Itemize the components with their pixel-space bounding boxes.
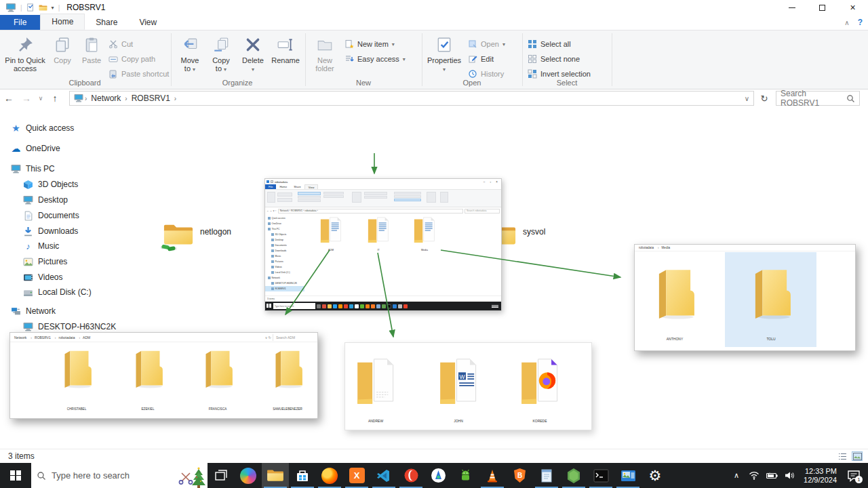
move-to-button[interactable]: Moveto ▾ (175, 33, 205, 83)
wifi-icon[interactable] (747, 463, 762, 488)
location-icon (74, 94, 83, 103)
rename-button[interactable]: Rename (269, 33, 302, 83)
minimize-button[interactable] (776, 0, 807, 15)
screenshot-robotadata-window: robotadata – ▫ × File Home Share View (264, 178, 502, 311)
pin-to-quick-access-button[interactable]: Pin to Quickaccess (3, 33, 47, 83)
edit-button[interactable]: Edit (468, 52, 494, 66)
sidebar-item-onedrive[interactable]: ☁ OneDrive (11, 141, 60, 156)
taskbar-icon-android-emulator[interactable] (452, 463, 479, 488)
taskbar-icon-opera[interactable] (397, 463, 425, 488)
tab-file[interactable]: File (0, 15, 40, 30)
sidebar-item-local-disk-c[interactable]: Local Disk (C:) (23, 285, 92, 300)
taskbar-search-box[interactable]: Type here to search (31, 463, 208, 488)
sidebar-item-desktop[interactable]: Desktop (23, 192, 68, 207)
share-sysvol[interactable]: sysvol (486, 220, 640, 252)
mini-folder-adm-icon (316, 214, 346, 247)
start-button[interactable] (0, 463, 31, 488)
delete-button[interactable]: Delete▾ (239, 33, 267, 83)
sidebar-item-videos[interactable]: Videos (23, 270, 62, 285)
move-to-icon (181, 36, 199, 54)
gear-icon: ⚙ (649, 468, 662, 483)
search-box[interactable]: Search ROBSRV1 (776, 91, 860, 106)
new-item-button[interactable]: New item▾ (344, 37, 395, 51)
taskbar-icon-copilot[interactable] (235, 463, 262, 488)
vlc-cone-icon (485, 468, 500, 483)
taskbar-icon-vscode[interactable] (370, 463, 397, 488)
forward-button[interactable]: → (18, 93, 35, 104)
taskbar-icon-settings[interactable]: ⚙ (642, 463, 669, 488)
address-bar[interactable]: › Network › ROBSRV1 › ∨ (69, 91, 754, 106)
select-all-button[interactable]: Select all (528, 37, 571, 51)
help-icon[interactable]: ? (858, 18, 863, 27)
taskbar-icon-display-app[interactable] (614, 463, 642, 488)
sidebar-item-music[interactable]: ♪ Music (23, 239, 59, 253)
taskbar-icon-store[interactable] (289, 463, 316, 488)
taskbar-icon-task-view[interactable] (208, 463, 235, 488)
taskbar-icon-xampp[interactable]: X (343, 463, 370, 488)
ribbon-tab-row: File Home Share View ∧ ? (0, 15, 868, 30)
select-none-button[interactable]: Select none (528, 52, 580, 66)
taskbar-icon-nodejs[interactable] (560, 463, 587, 488)
folder-andrew-icon (349, 348, 402, 416)
taskbar-icon-vlc[interactable] (479, 463, 506, 488)
sidebar-item-pictures[interactable]: Pictures (23, 254, 67, 269)
taskbar-icon-android-studio[interactable] (425, 463, 452, 488)
ribbon-collapse-chevron[interactable]: ∧ (844, 19, 849, 26)
new-folder-button[interactable]: Newfolder (309, 33, 340, 83)
battery-icon[interactable] (764, 463, 779, 488)
computer-icon (11, 164, 21, 174)
large-icons-view-toggle[interactable] (852, 451, 863, 461)
sidebar-item-this-pc[interactable]: This PC (11, 161, 55, 176)
windows-logo-icon (10, 470, 21, 481)
maximize-button[interactable] (807, 0, 837, 15)
taskbar-icon-file-explorer[interactable] (262, 463, 289, 488)
up-button[interactable]: ↑ (46, 93, 64, 104)
tab-view[interactable]: View (128, 15, 167, 30)
sidebar-item-network[interactable]: Network (11, 304, 56, 319)
delete-x-icon (244, 36, 262, 54)
volume-icon[interactable] (782, 463, 797, 488)
display-app-icon (620, 469, 636, 483)
sidebar-item-downloads[interactable]: Downloads (23, 224, 78, 239)
copy-to-button[interactable]: Copyto ▾ (206, 33, 236, 83)
easy-access-button[interactable]: Easy access▾ (344, 52, 406, 66)
tab-home[interactable]: Home (40, 14, 85, 30)
clock-time: 12:33 PM (804, 467, 837, 476)
back-button[interactable]: ← (0, 93, 18, 104)
sidebar-item-3d-objects[interactable]: 3D Objects (23, 177, 78, 192)
qat-customize-chevron[interactable]: ▾ (52, 5, 54, 11)
open-button[interactable]: Open▾ (468, 37, 505, 51)
copy-button[interactable]: Copy (49, 33, 76, 83)
action-center-icon[interactable]: 1 (844, 463, 864, 488)
breadcrumb-network[interactable]: Network (88, 94, 123, 103)
details-view-toggle[interactable] (837, 451, 848, 461)
document-icon (23, 211, 33, 221)
refresh-button[interactable]: ↻ (757, 91, 772, 106)
title-bar: | ▾ | ROBSRV1 × (0, 0, 868, 15)
breadcrumb-robsrv1[interactable]: ROBSRV1 (129, 94, 173, 103)
folder-john-icon (432, 348, 485, 416)
taskbar-clock[interactable]: 12:33 PM 12/9/2024 (800, 467, 841, 485)
recent-locations-chevron[interactable]: ∨ (35, 95, 46, 102)
close-button[interactable]: × (837, 0, 868, 15)
sidebar-item-documents[interactable]: Documents (23, 208, 79, 223)
taskbar-icon-firefox[interactable] (316, 463, 343, 488)
mini-sidebar: Quick access OneDrive This PC 3D Objects… (265, 214, 304, 296)
paste-button[interactable]: Paste (77, 33, 106, 83)
taskbar-icon-brave[interactable]: B (506, 463, 533, 488)
qat-new-folder-icon[interactable] (39, 4, 47, 12)
cut-icon (108, 39, 118, 49)
address-dropdown-chevron[interactable]: ∨ (745, 95, 749, 102)
tray-overflow-chevron[interactable]: ∧ (729, 463, 744, 488)
group-separator (522, 33, 523, 86)
properties-button[interactable]: Properties▾ (426, 33, 462, 83)
copy-path-button[interactable]: Copy path (108, 52, 155, 66)
taskbar-icon-terminal[interactable] (587, 463, 614, 488)
qat-properties-icon[interactable] (26, 3, 35, 12)
sidebar-item-quick-access[interactable]: ★ Quick access (11, 121, 74, 136)
easy-access-icon (344, 54, 354, 64)
network-share-cable-icon (160, 243, 178, 252)
tab-share[interactable]: Share (85, 15, 128, 30)
cut-button[interactable]: Cut (108, 37, 133, 51)
taskbar-icon-notepad[interactable] (533, 463, 560, 488)
